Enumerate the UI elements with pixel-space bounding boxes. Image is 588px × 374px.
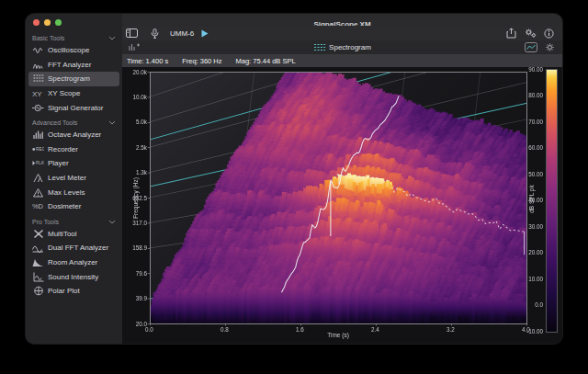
minimize-window-button[interactable] bbox=[44, 19, 51, 26]
xy-scope-icon: XY bbox=[32, 88, 44, 99]
chevron-down-icon bbox=[108, 119, 116, 126]
oscilloscope-icon bbox=[32, 45, 44, 56]
cursor-mag-readout: Mag: 75.44 dB SPL bbox=[236, 57, 296, 65]
plot-settings-gear-button[interactable] bbox=[541, 40, 559, 54]
dual-fft-icon bbox=[32, 243, 44, 254]
octave-analyzer-icon bbox=[32, 130, 44, 141]
tool-label: Signal Generator bbox=[48, 104, 103, 112]
sidebar-item-polar-plot[interactable]: Polar Plot bbox=[28, 284, 119, 299]
sidebar-item-room-analyzer[interactable]: Room Analyzer bbox=[28, 255, 119, 270]
freq-tick-label: 10.0k bbox=[123, 94, 147, 100]
tool-label: Player bbox=[48, 159, 69, 167]
colorbar-tick-label: 50.00 bbox=[519, 171, 543, 177]
sidebar-item-xy-scope[interactable]: XYXY Scope bbox=[28, 86, 119, 101]
settings-gears-button[interactable] bbox=[520, 26, 540, 40]
waterfall-canvas[interactable] bbox=[122, 67, 562, 344]
sidebar-section-header-basic-tools[interactable]: Basic Tools bbox=[26, 30, 122, 43]
tool-label: Dual FFT Analyzer bbox=[48, 244, 108, 252]
app-window: Basic ToolsOscilloscopeFFT AnalyzerSpect… bbox=[26, 14, 562, 344]
freq-tick-label: 2.5k bbox=[123, 144, 147, 151]
time-tick-label: 3.2 bbox=[447, 326, 455, 333]
sidebar-item-multitool[interactable]: MultiTool bbox=[28, 227, 119, 242]
svg-text:%D: %D bbox=[32, 203, 43, 211]
colorbar-tick-label: 30.00 bbox=[519, 223, 543, 230]
share-button[interactable] bbox=[503, 26, 520, 40]
tool-tab-bar: Spectrogram bbox=[122, 40, 562, 55]
colorbar-tick-label: 60.00 bbox=[519, 144, 543, 151]
sidebar-item-sound-intensity[interactable]: Sound Intensity bbox=[28, 269, 119, 284]
tool-label: MultiTool bbox=[48, 230, 77, 238]
max-levels-icon bbox=[32, 187, 44, 198]
svg-text:REC: REC bbox=[36, 147, 44, 152]
sidebar-item-level-meter[interactable]: Level Meter bbox=[28, 171, 119, 186]
svg-text:PLAY: PLAY bbox=[36, 162, 44, 166]
zoom-window-button[interactable] bbox=[55, 19, 62, 26]
level-meter-icon bbox=[32, 173, 44, 184]
tool-label: Sound Intensity bbox=[48, 273, 98, 281]
recorder-icon: REC bbox=[32, 143, 44, 154]
display-mode-button[interactable] bbox=[521, 40, 541, 54]
colorbar-tick-label: 90.00 bbox=[519, 67, 543, 73]
colorbar-tick-label: 40.00 bbox=[519, 197, 543, 203]
sidebar-item-player[interactable]: PLAYPlayer bbox=[28, 156, 119, 171]
active-tool-label: Spectrogram bbox=[329, 43, 371, 51]
freq-tick-label: 158.9 bbox=[123, 244, 147, 251]
sidebar-item-spectrogram[interactable]: Spectrogram bbox=[28, 72, 119, 86]
sidebar-item-fft-analyzer[interactable]: FFT Analyzer bbox=[28, 58, 119, 73]
input-device-icon[interactable] bbox=[147, 26, 163, 40]
sidebar-item-max-levels[interactable]: Max Levels bbox=[28, 185, 119, 199]
sidebar-item-dual-fft-analyzer[interactable]: Dual FFT Analyzer bbox=[28, 241, 119, 255]
tool-label: Level Meter bbox=[48, 174, 86, 182]
sidebar-item-octave-analyzer[interactable]: Octave Analyzer bbox=[28, 128, 119, 142]
tool-list: Basic ToolsOscilloscopeFFT AnalyzerSpect… bbox=[26, 30, 122, 340]
tool-label: Oscilloscope bbox=[48, 46, 89, 54]
cursor-freq-readout: Freq: 360 Hz bbox=[182, 57, 221, 65]
tool-label: Max Levels bbox=[48, 188, 85, 197]
polar-plot-icon bbox=[32, 286, 44, 297]
colorbar-tick-label: -10.00 bbox=[519, 328, 543, 334]
device-name-label[interactable]: UMM-6 bbox=[170, 29, 194, 38]
add-waveform-button[interactable] bbox=[125, 40, 144, 54]
cursor-time-readout: Time: 1.400 s bbox=[127, 57, 168, 65]
tool-label: Recorder bbox=[48, 145, 78, 153]
colorbar bbox=[546, 69, 558, 333]
close-window-button[interactable] bbox=[33, 19, 40, 26]
tool-label: XY Scope bbox=[48, 89, 80, 97]
tool-label: Octave Analyzer bbox=[48, 130, 101, 139]
colorbar-tick-label: 10.00 bbox=[519, 276, 543, 282]
colorbar-tick-label: 70.00 bbox=[519, 119, 543, 125]
spectrogram-icon bbox=[32, 74, 44, 85]
player-icon: PLAY bbox=[32, 158, 44, 169]
sidebar-item-oscilloscope[interactable]: Oscilloscope bbox=[28, 43, 119, 58]
time-tick-label: 0.8 bbox=[220, 326, 229, 333]
sidebar-item-recorder[interactable]: RECRecorder bbox=[28, 142, 119, 157]
sidebar-item-dosimeter[interactable]: %DDosimeter bbox=[28, 199, 119, 214]
title-bar: SignalScope XM bbox=[122, 14, 562, 27]
freq-tick-label: 20.0 bbox=[123, 321, 147, 327]
play-button[interactable] bbox=[198, 26, 212, 40]
tool-label: Polar Plot bbox=[48, 287, 80, 295]
tool-label: FFT Analyzer bbox=[48, 61, 91, 69]
chevron-down-icon bbox=[108, 35, 116, 41]
colorbar-tick-label: 20.00 bbox=[519, 249, 543, 255]
active-tool-tab[interactable]: Spectrogram bbox=[313, 43, 371, 52]
chevron-down-icon bbox=[108, 219, 116, 225]
section-label: Basic Tools bbox=[32, 35, 64, 41]
sidebar-section-header-advanced-tools[interactable]: Advanced Tools bbox=[26, 115, 122, 128]
time-tick-label: 1.6 bbox=[296, 326, 304, 333]
info-button[interactable] bbox=[540, 26, 558, 40]
spectrogram-plot-pane: Frequency (Hz) Time (s) dB SPL pk 20.0k1… bbox=[122, 67, 562, 344]
section-label: Pro Tools bbox=[32, 219, 59, 225]
tool-label: Room Analyzer bbox=[48, 258, 97, 266]
toggle-sidebar-button[interactable] bbox=[122, 26, 141, 40]
sidebar-section-header-pro-tools[interactable]: Pro Tools bbox=[26, 214, 122, 227]
time-tick-label: 2.4 bbox=[371, 326, 379, 333]
fft-analyzer-icon bbox=[32, 59, 44, 70]
colorbar-tick-label: 80.00 bbox=[519, 92, 543, 98]
sound-intensity-icon bbox=[32, 271, 44, 282]
multitool-icon bbox=[32, 228, 44, 239]
room-analyzer-icon bbox=[32, 257, 44, 268]
time-axis-title: Time (s) bbox=[315, 332, 361, 338]
freq-tick-label: 79.6 bbox=[123, 270, 147, 277]
sidebar-item-signal-generator[interactable]: Signal Generator bbox=[28, 100, 119, 115]
